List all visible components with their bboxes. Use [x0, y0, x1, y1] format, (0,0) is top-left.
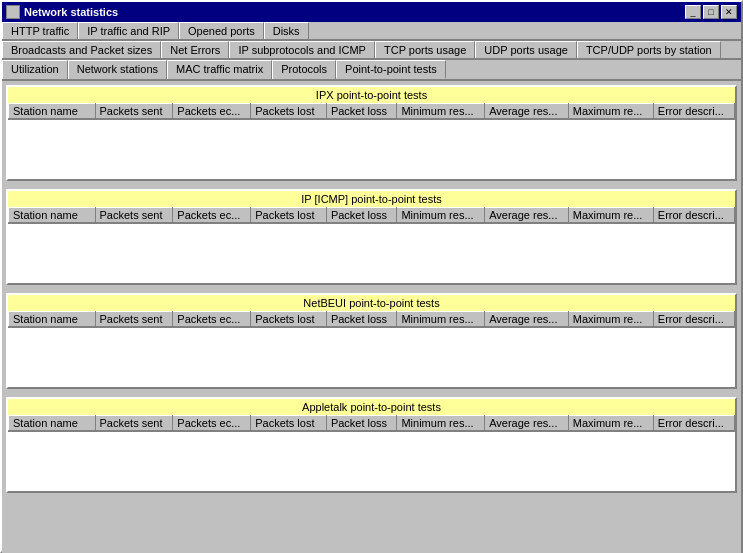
col-header-max-re: Maximum re... — [568, 416, 653, 431]
section-ip-icmp-table: Station name Packets sent Packets ec... … — [8, 207, 735, 223]
col-header-packets-sent: Packets sent — [95, 208, 173, 223]
title-bar: Network statistics _ □ ✕ — [2, 2, 741, 22]
section-ip-icmp-body — [8, 223, 735, 283]
section-ipx-body — [8, 119, 735, 179]
title-buttons: _ □ ✕ — [685, 5, 737, 19]
col-header-packets-ec: Packets ec... — [173, 312, 251, 327]
col-header-station-name: Station name — [9, 104, 96, 119]
col-header-packets-sent: Packets sent — [95, 104, 173, 119]
col-header-max-re: Maximum re... — [568, 208, 653, 223]
section-ip-icmp: IP [ICMP] point-to-point tests Station n… — [6, 189, 737, 285]
minimize-button[interactable]: _ — [685, 5, 701, 19]
section-ipx: IPX point-to-point tests Station name Pa… — [6, 85, 737, 181]
content-area: IPX point-to-point tests Station name Pa… — [2, 81, 741, 553]
title-bar-left: Network statistics — [6, 5, 118, 19]
table-header-row: Station name Packets sent Packets ec... … — [9, 104, 735, 119]
col-header-max-re: Maximum re... — [568, 104, 653, 119]
tab-udp-ports-usage[interactable]: UDP ports usage — [475, 41, 577, 58]
section-ip-icmp-header: IP [ICMP] point-to-point tests — [8, 191, 735, 207]
window-title: Network statistics — [24, 6, 118, 18]
col-header-min-res: Minimum res... — [397, 208, 485, 223]
col-header-packets-lost: Packets lost — [251, 104, 327, 119]
tab-ip-subprotocols[interactable]: IP subprotocols and ICMP — [229, 41, 375, 58]
tab-broadcasts-packets[interactable]: Broadcasts and Packet sizes — [2, 41, 161, 58]
col-header-err-desc: Error descri... — [653, 208, 734, 223]
window-icon — [6, 5, 20, 19]
col-header-min-res: Minimum res... — [397, 312, 485, 327]
col-header-packets-sent: Packets sent — [95, 416, 173, 431]
tab-tcp-ports-usage[interactable]: TCP ports usage — [375, 41, 475, 58]
col-header-packet-loss: Packet loss — [326, 416, 397, 431]
col-header-packet-loss: Packet loss — [326, 208, 397, 223]
tab-point-to-point[interactable]: Point-to-point tests — [336, 60, 446, 79]
tab-http-traffic[interactable]: HTTP traffic — [2, 22, 78, 39]
col-header-packets-ec: Packets ec... — [173, 416, 251, 431]
col-header-packet-loss: Packet loss — [326, 104, 397, 119]
col-header-packets-ec: Packets ec... — [173, 104, 251, 119]
tabs-row-3: Utilization Network stations MAC traffic… — [2, 60, 741, 81]
tab-network-stations[interactable]: Network stations — [68, 60, 167, 79]
tab-tcp-udp-by-station[interactable]: TCP/UDP ports by station — [577, 41, 721, 58]
tab-net-errors[interactable]: Net Errors — [161, 41, 229, 58]
col-header-max-re: Maximum re... — [568, 312, 653, 327]
col-header-err-desc: Error descri... — [653, 312, 734, 327]
section-netbeui-table: Station name Packets sent Packets ec... … — [8, 311, 735, 327]
tab-ip-traffic-rip[interactable]: IP traffic and RIP — [78, 22, 179, 39]
col-header-avg-res: Average res... — [485, 208, 569, 223]
section-ipx-table: Station name Packets sent Packets ec... … — [8, 103, 735, 119]
tab-disks[interactable]: Disks — [264, 22, 309, 39]
col-header-packet-loss: Packet loss — [326, 312, 397, 327]
tab-opened-ports[interactable]: Opened ports — [179, 22, 264, 39]
col-header-packets-ec: Packets ec... — [173, 208, 251, 223]
col-header-min-res: Minimum res... — [397, 416, 485, 431]
col-header-station-name: Station name — [9, 312, 96, 327]
tabs-row-1: HTTP traffic IP traffic and RIP Opened p… — [2, 22, 741, 41]
col-header-min-res: Minimum res... — [397, 104, 485, 119]
tabs-row-2: Broadcasts and Packet sizes Net Errors I… — [2, 41, 741, 60]
table-header-row: Station name Packets sent Packets ec... … — [9, 312, 735, 327]
col-header-avg-res: Average res... — [485, 416, 569, 431]
section-netbeui: NetBEUI point-to-point tests Station nam… — [6, 293, 737, 389]
col-header-err-desc: Error descri... — [653, 104, 734, 119]
col-header-packets-lost: Packets lost — [251, 416, 327, 431]
section-netbeui-body — [8, 327, 735, 387]
section-netbeui-header: NetBEUI point-to-point tests — [8, 295, 735, 311]
col-header-avg-res: Average res... — [485, 312, 569, 327]
table-header-row: Station name Packets sent Packets ec... … — [9, 208, 735, 223]
section-appletalk-table: Station name Packets sent Packets ec... … — [8, 415, 735, 431]
col-header-packets-lost: Packets lost — [251, 312, 327, 327]
tab-utilization[interactable]: Utilization — [2, 60, 68, 79]
col-header-err-desc: Error descri... — [653, 416, 734, 431]
col-header-station-name: Station name — [9, 208, 96, 223]
tab-protocols[interactable]: Protocols — [272, 60, 336, 79]
section-appletalk-header: Appletalk point-to-point tests — [8, 399, 735, 415]
tabs-container: HTTP traffic IP traffic and RIP Opened p… — [2, 22, 741, 81]
section-ipx-header: IPX point-to-point tests — [8, 87, 735, 103]
col-header-packets-sent: Packets sent — [95, 312, 173, 327]
col-header-packets-lost: Packets lost — [251, 208, 327, 223]
main-window: Network statistics _ □ ✕ HTTP traffic IP… — [0, 0, 743, 553]
close-button[interactable]: ✕ — [721, 5, 737, 19]
section-appletalk-body — [8, 431, 735, 491]
tab-mac-traffic-matrix[interactable]: MAC traffic matrix — [167, 60, 272, 79]
table-header-row: Station name Packets sent Packets ec... … — [9, 416, 735, 431]
col-header-station-name: Station name — [9, 416, 96, 431]
maximize-button[interactable]: □ — [703, 5, 719, 19]
section-appletalk: Appletalk point-to-point tests Station n… — [6, 397, 737, 493]
col-header-avg-res: Average res... — [485, 104, 569, 119]
